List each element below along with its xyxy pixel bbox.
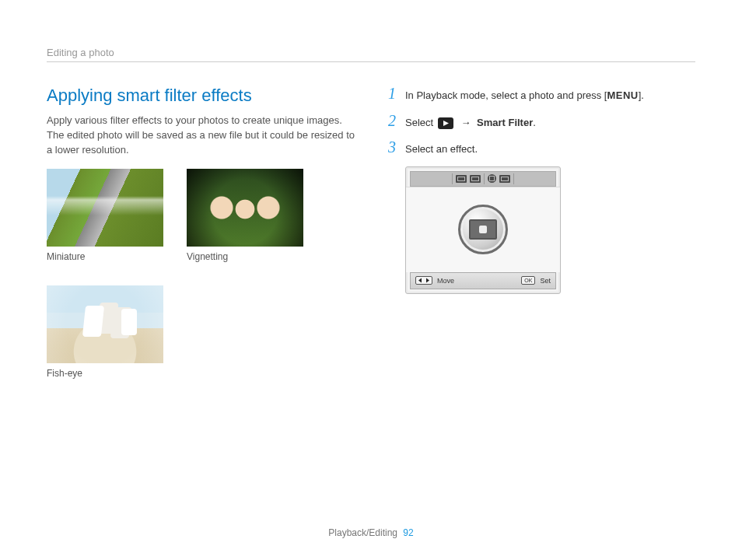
step-3-text: Select an effect. bbox=[405, 142, 478, 157]
thumb-fisheye-image bbox=[47, 285, 163, 363]
thumb-vignetting: Vignetting bbox=[187, 169, 303, 262]
thumb-miniature-image bbox=[47, 169, 163, 247]
step-2-text: Select → Smart Filter. bbox=[405, 115, 536, 131]
tab-separator bbox=[452, 173, 453, 184]
step-2: 2 Select → Smart Filter. bbox=[387, 113, 695, 131]
selected-effect-icon bbox=[469, 219, 497, 240]
step-3: 3 Select an effect. bbox=[387, 139, 695, 157]
step-1-post: ]. bbox=[639, 89, 644, 101]
camera-ui-footer: Move OK Set bbox=[410, 272, 556, 289]
page-footer: Playback/Editing 92 bbox=[0, 527, 742, 538]
step-1: 1 In Playback mode, select a photo and p… bbox=[387, 86, 695, 103]
section-title: Applying smart filter effects bbox=[47, 86, 355, 106]
move-label: Move bbox=[437, 277, 454, 285]
thumb-vignetting-caption: Vignetting bbox=[187, 251, 303, 262]
step-2-pre: Select bbox=[405, 117, 436, 128]
set-label: Set bbox=[540, 277, 551, 285]
thumb-fisheye: Fish-eye bbox=[47, 285, 163, 379]
nav-key-icon bbox=[415, 276, 432, 285]
page-number: 92 bbox=[403, 527, 413, 538]
effect-icon-glyph bbox=[479, 226, 487, 233]
tab-icon-aperture bbox=[488, 174, 496, 183]
step-1-text: In Playback mode, select a photo and pre… bbox=[405, 88, 644, 103]
tab-icon-frame bbox=[470, 175, 481, 183]
selection-ring bbox=[458, 205, 508, 254]
right-column: 1 In Playback mode, select a photo and p… bbox=[387, 86, 695, 379]
thumb-vignetting-image bbox=[187, 169, 303, 247]
steps-list: 1 In Playback mode, select a photo and p… bbox=[387, 86, 695, 294]
thumb-miniature: Miniature bbox=[47, 169, 163, 262]
step-2-post: . bbox=[533, 117, 536, 128]
camera-ui-diagram: Move OK Set bbox=[405, 166, 561, 294]
example-thumbnails: Miniature Vignetting Fish-eye bbox=[47, 169, 327, 379]
tab-icon-rotate bbox=[456, 175, 467, 183]
step-2-number: 2 bbox=[387, 113, 397, 128]
tab-separator bbox=[484, 173, 485, 184]
tab-icon-grid bbox=[499, 175, 510, 183]
svg-marker-0 bbox=[443, 121, 449, 126]
playback-icon bbox=[438, 117, 453, 129]
svg-marker-2 bbox=[426, 278, 429, 283]
camera-ui-body bbox=[406, 187, 560, 272]
breadcrumb: Editing a photo bbox=[47, 47, 695, 62]
ok-key-icon: OK bbox=[521, 276, 535, 285]
left-column: Applying smart filter effects Apply vari… bbox=[47, 86, 355, 379]
thumb-miniature-caption: Miniature bbox=[47, 251, 163, 262]
footer-section: Playback/Editing bbox=[328, 527, 397, 538]
camera-ui-tabs bbox=[410, 171, 556, 187]
step-3-number: 3 bbox=[387, 139, 397, 155]
intro-text: Apply various filter effects to your pho… bbox=[47, 114, 355, 158]
menu-label: MENU bbox=[607, 89, 638, 101]
thumb-fisheye-caption: Fish-eye bbox=[47, 368, 163, 379]
step-1-number: 1 bbox=[387, 86, 397, 101]
step-1-pre: In Playback mode, select a photo and pre… bbox=[405, 89, 607, 101]
smart-filter-label: Smart Filter bbox=[477, 117, 533, 128]
svg-marker-1 bbox=[418, 278, 422, 283]
tab-separator bbox=[513, 173, 514, 184]
arrow-icon: → bbox=[460, 117, 471, 128]
